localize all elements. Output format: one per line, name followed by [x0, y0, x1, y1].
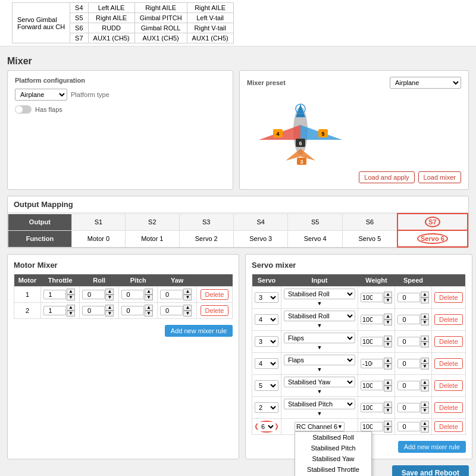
servo-input-select-6[interactable]: Stabilised Pitch: [284, 399, 355, 409]
yaw-input-1[interactable]: [160, 290, 183, 299]
servo-select-2[interactable]: 4356: [255, 314, 278, 325]
speed-up-7[interactable]: ▲: [421, 421, 429, 427]
throttle-up-1[interactable]: ▲: [67, 289, 75, 295]
weight-down-1[interactable]: ▼: [384, 298, 392, 303]
delete-servo-row-1[interactable]: Delete: [434, 292, 463, 303]
servo-input-select-1[interactable]: Stabilised Roll: [284, 289, 355, 299]
roll-input-2[interactable]: [82, 306, 105, 315]
roll-up-1[interactable]: ▲: [105, 289, 114, 295]
roll-down-1[interactable]: ▼: [105, 295, 114, 300]
weight-down-7[interactable]: ▼: [384, 427, 392, 433]
weight-up-4[interactable]: ▲: [384, 358, 392, 364]
throttle-down-1[interactable]: ▼: [67, 295, 75, 300]
pitch-down-2[interactable]: ▼: [145, 311, 153, 317]
servo-input-dropdown-list-7[interactable]: Stabilised Roll Stabilised Pitch Stabili…: [295, 431, 372, 476]
weight-up-3[interactable]: ▲: [384, 336, 392, 342]
weight-up-5[interactable]: ▲: [384, 380, 392, 386]
weight-down-2[interactable]: ▼: [384, 320, 392, 325]
yaw-down-2[interactable]: ▼: [183, 311, 192, 317]
mixer-preset-select[interactable]: Airplane Flying Wing Multirotor: [390, 77, 461, 89]
weight-input-6[interactable]: [361, 403, 383, 412]
load-mixer-button[interactable]: Load mixer: [418, 171, 461, 183]
yaw-input-2[interactable]: [160, 306, 183, 315]
weight-down-5[interactable]: ▼: [384, 386, 392, 392]
delete-servo-row-7[interactable]: Delete: [434, 421, 463, 432]
weight-down-3[interactable]: ▼: [384, 342, 392, 347]
dropdown-option-stabilised-yaw[interactable]: Stabilised Yaw: [295, 453, 371, 464]
has-flaps-toggle[interactable]: [15, 105, 32, 114]
delete-motor-row-2[interactable]: Delete: [201, 305, 229, 316]
yaw-up-1[interactable]: ▲: [183, 289, 192, 295]
speed-input-7[interactable]: [397, 422, 420, 431]
throttle-down-2[interactable]: ▼: [67, 311, 75, 317]
pitch-down-1[interactable]: ▼: [145, 295, 153, 300]
speed-down-5[interactable]: ▼: [421, 386, 429, 392]
servo-input-select-3[interactable]: Flaps: [284, 333, 355, 343]
servo-select-1[interactable]: 3456: [255, 292, 278, 303]
servo-select-6[interactable]: 23456: [255, 402, 278, 413]
pitch-up-2[interactable]: ▲: [145, 305, 153, 311]
delete-servo-row-5[interactable]: Delete: [434, 380, 463, 391]
servo-input-select-2[interactable]: Stabilised Roll: [284, 311, 355, 321]
weight-up-6[interactable]: ▲: [384, 402, 392, 408]
pitch-input-2[interactable]: [121, 306, 144, 315]
save-reboot-button[interactable]: Save and Reboot: [392, 465, 469, 476]
weight-up-2[interactable]: ▲: [384, 314, 392, 320]
speed-up-1[interactable]: ▲: [421, 292, 429, 298]
speed-up-4[interactable]: ▲: [421, 358, 429, 364]
servo-select-5[interactable]: 5346: [255, 380, 278, 391]
speed-down-1[interactable]: ▼: [421, 298, 429, 303]
weight-up-7[interactable]: ▲: [384, 421, 392, 427]
load-and-apply-button[interactable]: Load and apply: [359, 171, 414, 183]
platform-type-select[interactable]: Airplane Multirotor Flying Wing: [15, 89, 67, 101]
roll-input-1[interactable]: [82, 290, 105, 299]
weight-down-6[interactable]: ▼: [384, 408, 392, 414]
speed-down-6[interactable]: ▼: [421, 408, 429, 414]
speed-up-6[interactable]: ▲: [421, 402, 429, 408]
speed-down-2[interactable]: ▼: [421, 320, 429, 325]
delete-motor-row-1[interactable]: Delete: [201, 289, 229, 300]
add-motor-rule-button[interactable]: Add new mixer rule: [165, 325, 233, 337]
speed-input-3[interactable]: [397, 337, 420, 346]
dropdown-option-stabilised-roll[interactable]: Stabilised Roll: [295, 432, 371, 443]
weight-input-5[interactable]: [361, 381, 383, 390]
servo-input-select-5[interactable]: Stabilised Yaw: [284, 377, 355, 387]
delete-servo-row-2[interactable]: Delete: [434, 314, 463, 325]
speed-input-4[interactable]: [397, 359, 420, 368]
throttle-up-2[interactable]: ▲: [67, 305, 75, 311]
delete-servo-row-4[interactable]: Delete: [434, 358, 463, 369]
weight-input-2[interactable]: [361, 315, 383, 324]
servo-select-7[interactable]: 6345: [258, 422, 275, 431]
weight-down-4[interactable]: ▼: [384, 364, 392, 369]
delete-servo-row-3[interactable]: Delete: [434, 336, 463, 347]
speed-input-1[interactable]: [397, 293, 420, 302]
speed-input-6[interactable]: [397, 403, 420, 412]
speed-down-3[interactable]: ▼: [421, 342, 429, 347]
speed-input-2[interactable]: [397, 315, 420, 324]
throttle-input-2[interactable]: [43, 306, 66, 315]
speed-input-5[interactable]: [397, 381, 420, 390]
speed-up-5[interactable]: ▲: [421, 380, 429, 386]
servo-input-select-4[interactable]: Flaps: [284, 355, 355, 365]
weight-input-3[interactable]: [361, 337, 383, 346]
roll-down-2[interactable]: ▼: [105, 311, 114, 317]
weight-input-4[interactable]: [361, 359, 383, 368]
pitch-up-1[interactable]: ▲: [145, 289, 153, 295]
speed-down-7[interactable]: ▼: [421, 427, 429, 433]
weight-input-1[interactable]: [361, 293, 383, 302]
servo-select-3[interactable]: 3456: [255, 336, 278, 347]
add-servo-rule-button[interactable]: Add new mixer rule: [398, 441, 466, 453]
speed-up-2[interactable]: ▲: [421, 314, 429, 320]
roll-up-2[interactable]: ▲: [105, 305, 114, 311]
yaw-down-1[interactable]: ▼: [183, 295, 192, 300]
servo-input-display-7[interactable]: RC Channel 6 ▼: [295, 422, 345, 431]
servo-select-4[interactable]: 4356: [255, 358, 278, 369]
weight-input-7[interactable]: [361, 422, 383, 431]
dropdown-option-stabilised-pitch[interactable]: Stabilised Pitch: [295, 443, 371, 453]
throttle-input-1[interactable]: [43, 290, 66, 299]
speed-down-4[interactable]: ▼: [421, 364, 429, 369]
speed-up-3[interactable]: ▲: [421, 336, 429, 342]
pitch-input-1[interactable]: [121, 290, 144, 299]
yaw-up-2[interactable]: ▲: [183, 305, 192, 311]
delete-servo-row-6[interactable]: Delete: [434, 402, 463, 413]
